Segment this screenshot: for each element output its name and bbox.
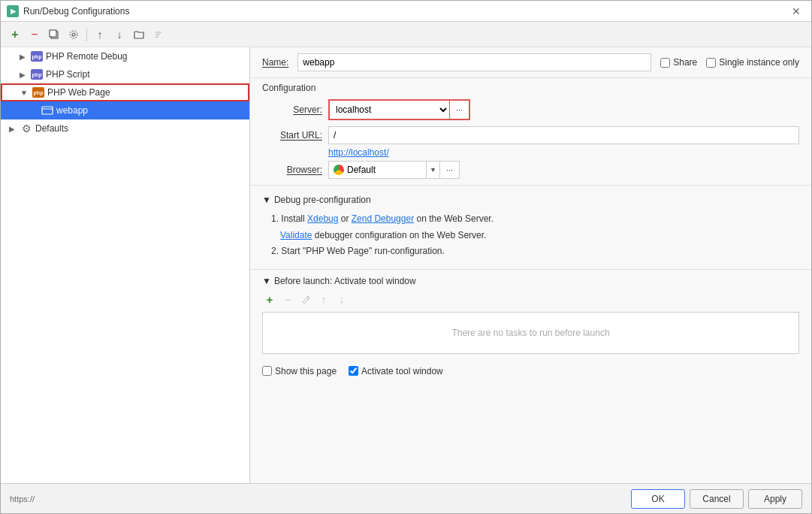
before-launch-arrow: ▼ <box>262 276 271 286</box>
debug-toggle-arrow: ▼ <box>262 195 271 205</box>
zend-debugger-link[interactable]: Zend Debugger <box>352 213 414 224</box>
browser-value: Default <box>347 165 376 175</box>
share-checkbox[interactable] <box>660 58 670 68</box>
before-launch-list: There are no tasks to run before launch <box>262 312 799 354</box>
bottom-checks: Show this page Activate tool window <box>250 360 811 382</box>
browser-dots-button[interactable]: ··· <box>439 161 460 179</box>
debug-step1: 1. Install Xdebug or Zend Debugger on th… <box>271 211 799 228</box>
server-dots-button[interactable]: ··· <box>450 101 469 119</box>
url-link-row: http://localhost/ <box>250 147 811 158</box>
share-checkbox-label[interactable]: Share <box>660 57 697 68</box>
name-label: Name: <box>262 57 288 68</box>
browser-label: Browser: <box>262 165 322 175</box>
settings-icon <box>68 29 79 40</box>
debug-toggle-row[interactable]: ▼ Debug pre-configuration <box>262 195 799 205</box>
validate-link[interactable]: Validate <box>280 230 312 240</box>
tree-item-php-remote[interactable]: ▶ php PHP Remote Debug <box>1 47 249 65</box>
before-launch-section: ▼ Before launch: Activate tool window + … <box>250 270 811 360</box>
svg-rect-1 <box>50 30 56 37</box>
title-bar-left: ▶ Run/Debug Configurations <box>7 5 129 17</box>
expand-arrow: ▶ <box>7 125 17 133</box>
folder-button[interactable] <box>131 26 147 43</box>
copy-config-button[interactable] <box>46 26 62 43</box>
start-url-input[interactable] <box>328 126 799 144</box>
before-launch-toggle[interactable]: ▼ Before launch: Activate tool window <box>262 276 799 286</box>
debug-section-label: Debug pre-configuration <box>274 195 371 205</box>
toolbar: + − ↑ ↓ <box>1 22 811 47</box>
edit-icon <box>301 295 310 304</box>
expand-arrow: ▶ <box>17 53 28 61</box>
move-up-button[interactable]: ↑ <box>92 26 108 43</box>
copy-icon <box>49 29 59 40</box>
activate-window-label: Activate tool window <box>361 366 443 376</box>
tree-item-webapp[interactable]: webapp <box>1 101 249 119</box>
bl-add-button[interactable]: + <box>262 292 277 307</box>
server-select[interactable]: localhost <box>330 101 450 119</box>
server-combo-wrapper: localhost ··· <box>328 99 470 120</box>
config-divider <box>250 185 811 186</box>
server-row: Server: localhost ··· <box>250 96 811 123</box>
svg-point-2 <box>72 33 75 36</box>
name-row: Name: Share Single instance only <box>250 47 811 77</box>
debug-validate: Validate debugger configuration on the W… <box>280 228 799 244</box>
configuration-section: Configuration Server: localhost ··· Star… <box>250 78 811 182</box>
expand-arrow: ▶ <box>17 71 28 79</box>
show-page-check-label[interactable]: Show this page <box>262 366 337 376</box>
svg-point-3 <box>70 31 77 38</box>
left-panel: ▶ php PHP Remote Debug ▶ php PHP Script … <box>1 47 250 483</box>
sort-button[interactable] <box>150 26 167 43</box>
browser-row: Browser: Default ▼ ··· <box>250 158 811 182</box>
right-panel: Name: Share Single instance only Configu… <box>250 47 811 483</box>
show-page-checkbox[interactable] <box>262 366 272 376</box>
php-script-icon: php <box>31 68 43 80</box>
main-content: ▶ php PHP Remote Debug ▶ php PHP Script … <box>1 47 811 483</box>
tree-item-php-web[interactable]: ▼ php PHP Web Page <box>1 83 249 101</box>
config-section-title: Configuration <box>250 78 811 96</box>
cancel-button[interactable]: Cancel <box>690 489 744 509</box>
debug-step2: 2. Start "PHP Web Page" run-configuratio… <box>271 243 799 260</box>
tree-item-label: Defaults <box>35 123 243 134</box>
tree-item-label: webapp <box>56 105 243 116</box>
bottom-bar: https:// OK Cancel Apply <box>1 483 811 513</box>
server-label: Server: <box>262 104 322 115</box>
bl-remove-button[interactable]: − <box>280 292 295 307</box>
start-url-row: Start URL: <box>250 123 811 147</box>
toolbar-sep1 <box>86 28 87 41</box>
tree-item-label: PHP Script <box>46 69 243 80</box>
remove-config-button[interactable]: − <box>26 26 43 43</box>
tree-item-defaults[interactable]: ▶ ⚙ Defaults <box>1 119 249 138</box>
folder-icon <box>134 30 144 39</box>
bl-up-button[interactable]: ↑ <box>316 292 331 307</box>
tree-item-label: PHP Remote Debug <box>46 51 243 62</box>
defaults-icon: ⚙ <box>20 122 32 135</box>
single-instance-checkbox[interactable] <box>706 58 716 68</box>
xdebug-link[interactable]: Xdebug <box>307 213 338 224</box>
localhost-link[interactable]: http://localhost/ <box>316 146 401 159</box>
add-config-button[interactable]: + <box>7 26 23 43</box>
before-launch-toolbar: + − ↑ ↓ <box>262 292 799 307</box>
dialog-icon: ▶ <box>7 5 19 17</box>
bl-down-button[interactable]: ↓ <box>334 292 349 307</box>
php-remote-icon: php <box>31 50 43 62</box>
tree-item-php-script[interactable]: ▶ php PHP Script <box>1 65 249 83</box>
move-down-button[interactable]: ↓ <box>111 26 128 43</box>
expand-arrow: ▼ <box>19 89 29 97</box>
ok-button[interactable]: OK <box>631 489 685 509</box>
svg-rect-7 <box>42 107 53 114</box>
activate-window-check-label[interactable]: Activate tool window <box>349 366 443 376</box>
apply-button[interactable]: Apply <box>748 489 802 509</box>
name-input[interactable] <box>297 53 651 71</box>
browser-arrow-button[interactable]: ▼ <box>426 161 439 179</box>
tree-item-label: PHP Web Page <box>47 87 242 98</box>
webapp-icon <box>41 104 53 116</box>
browser-combo-wrapper: Default ▼ ··· <box>328 161 460 179</box>
bl-edit-button[interactable] <box>298 292 313 307</box>
title-bar: ▶ Run/Debug Configurations ✕ <box>1 1 811 22</box>
activate-window-checkbox[interactable] <box>349 366 358 376</box>
dialog-title: Run/Debug Configurations <box>23 6 129 17</box>
bottom-link: https:// <box>10 494 35 503</box>
run-debug-dialog: ▶ Run/Debug Configurations ✕ + − ↑ ↓ <box>0 0 812 514</box>
settings-config-button[interactable] <box>65 26 82 43</box>
close-button[interactable]: ✕ <box>787 4 805 19</box>
single-instance-checkbox-label[interactable]: Single instance only <box>706 57 799 68</box>
